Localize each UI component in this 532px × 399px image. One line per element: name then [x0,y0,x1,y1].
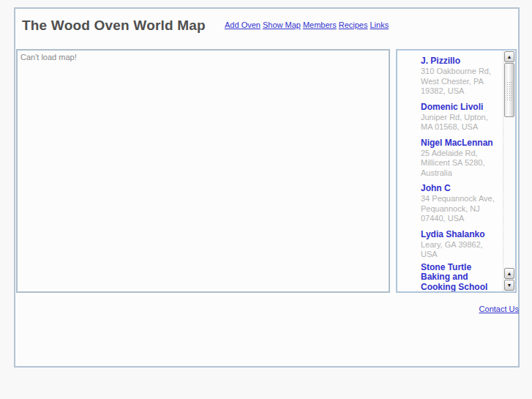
member-address: 34 Pequannock Ave, Pequannock, NJ 07440,… [421,194,500,224]
scroll-down-button[interactable]: ▼ [504,280,514,291]
list-item: Stone Turtle Baking and Cooking School L… [421,263,500,292]
member-name-link[interactable]: John C [421,184,451,194]
nav-link-links[interactable]: Links [370,20,389,29]
scroll-up-button-bottom[interactable]: ▲ [504,268,514,279]
contact-us-link[interactable]: Contact Us [479,305,519,313]
member-address: 25 Adelaide Rd, Millicent SA 5280, Austr… [421,149,500,179]
nav-link-show-map[interactable]: Show Map [263,20,301,29]
list-item: Nigel MacLennan 25 Adelaide Rd, Millicen… [421,135,500,179]
list-item: J. Pizzillo 310 Oakbourne Rd, West Chest… [421,53,500,97]
map-error-message: Can't load map! [20,53,77,61]
member-address: Juniper Rd, Upton, MA 01568, USA [421,113,500,133]
page-container: The Wood Oven World Map Add OvenShow Map… [14,7,520,368]
member-address: 310 Oakbourne Rd, West Chester, PA 19382… [421,67,500,97]
member-name-link[interactable]: Nigel MacLennan [421,138,493,149]
list-item: Lydia Shalanko Leary, GA 39862, USA [421,227,500,260]
members-panel: J. Pizzillo 310 Oakbourne Rd, West Chest… [396,49,517,293]
members-scrollbar[interactable]: ▲ ▲ ▼ [503,51,515,291]
nav-link-members[interactable]: Members [303,20,337,29]
member-address: Leary, GA 39862, USA [421,240,500,260]
scrollbar-thumb[interactable] [504,63,514,117]
list-item: John C 34 Pequannock Ave, Pequannock, NJ… [421,181,500,224]
members-list: J. Pizzillo 310 Oakbourne Rd, West Chest… [397,51,503,291]
member-name-link[interactable]: Domenic Livoli [421,102,483,113]
list-item: Domenic Livoli Juniper Rd, Upton, MA 015… [421,100,500,133]
member-name-link[interactable]: Stone Turtle Baking and Cooking School [421,263,500,292]
page-title: The Wood Oven World Map [22,18,206,34]
scrollbar-grip-icon [506,81,512,100]
nav-link-add-oven[interactable]: Add Oven [225,20,261,29]
scroll-up-button[interactable]: ▲ [504,51,514,62]
main-nav: Add OvenShow MapMembersRecipesLinks [225,20,391,29]
map-area: Can't load map! [16,49,390,293]
scroll-up-icon: ▲ [507,54,512,59]
member-name-link[interactable]: J. Pizzillo [421,56,460,67]
nav-link-recipes[interactable]: Recipes [339,20,368,29]
member-name-link[interactable]: Lydia Shalanko [421,230,485,240]
scroll-down-icon: ▼ [507,283,512,288]
scroll-up-icon: ▲ [507,271,512,276]
